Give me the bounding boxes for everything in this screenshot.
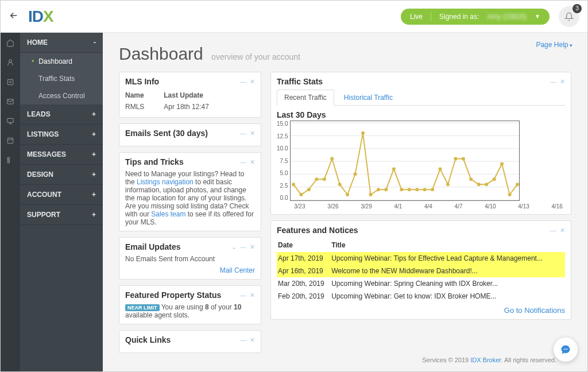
logo[interactable]: IDX — [28, 7, 53, 26]
svg-point-13 — [300, 193, 303, 196]
widget-title: Tips and Tricks — [125, 157, 184, 166]
svg-point-30 — [431, 188, 435, 191]
close-icon: ✕ — [250, 292, 255, 299]
svg-point-32 — [446, 183, 450, 186]
svg-point-12 — [292, 183, 295, 186]
account-icon[interactable] — [6, 136, 15, 145]
svg-point-14 — [307, 188, 311, 191]
svg-point-39 — [501, 162, 504, 165]
svg-point-0 — [9, 60, 12, 63]
chat-button[interactable] — [554, 338, 578, 362]
go-to-notifications-link[interactable]: Go to Notifications — [504, 306, 565, 315]
svg-point-29 — [423, 188, 427, 191]
sidebar-section-leads[interactable]: LEADS+ — [20, 104, 103, 125]
table-row[interactable]: Apr 16th, 2019Welcome to the NEW Middlew… — [277, 265, 565, 277]
table-row[interactable]: Mar 20th, 2019Upcoming Webinar: Spring C… — [277, 277, 565, 290]
svg-point-41 — [516, 183, 519, 186]
sidebar-item-dashboard[interactable]: Dashboard — [20, 53, 103, 70]
table-row[interactable]: Apr 17th, 2019Upcoming Webinar: Tips for… — [277, 252, 565, 265]
close-icon: ✕ — [250, 130, 255, 137]
sidebar-item-access-control[interactable]: Access Control — [20, 87, 103, 104]
widget-email-updates: Email Updates⌄—✕ No Emails Sent from Acc… — [119, 237, 261, 280]
live-label: Live — [410, 13, 423, 21]
signed-in-user: Amy (15620) — [487, 13, 527, 21]
back-arrow-icon[interactable] — [9, 10, 20, 22]
notifications-button[interactable]: 3 — [559, 6, 579, 27]
svg-point-20 — [354, 172, 357, 176]
topbar: IDX Live Signed in as: Amy (15620) ▼ 3 — [1, 1, 587, 33]
home-icon[interactable] — [6, 38, 15, 48]
svg-point-24 — [385, 188, 388, 191]
widget-controls[interactable]: —✕ — [550, 227, 565, 234]
svg-point-31 — [439, 167, 442, 170]
chat-icon — [560, 344, 571, 355]
widget-traffic-stats: Traffic Stats—✕ Recent Traffic Historica… — [270, 72, 571, 215]
minimize-icon: — — [240, 130, 246, 137]
listings-icon[interactable] — [6, 78, 15, 87]
leads-icon[interactable] — [6, 58, 15, 67]
footer: Services © 2019 IDX Broker. All rights r… — [119, 353, 571, 363]
sidebar-section-account[interactable]: ACCOUNT+ — [20, 185, 103, 205]
svg-point-36 — [477, 183, 481, 186]
sales-team-link[interactable]: Sales team — [151, 210, 185, 218]
near-limit-badge: NEAR LIMIT — [125, 304, 160, 311]
minimize-icon: — — [240, 78, 246, 86]
design-icon[interactable] — [6, 117, 15, 126]
widget-controls[interactable]: ⌄—✕ — [231, 243, 255, 251]
svg-point-35 — [470, 177, 473, 181]
sidebar-item-traffic-stats[interactable]: Traffic Stats — [20, 70, 103, 87]
widget-controls[interactable]: —✕ — [550, 78, 565, 86]
widget-controls[interactable]: —✕ — [240, 78, 255, 86]
sidebar-section-listings[interactable]: LISTINGS+ — [20, 125, 103, 145]
widget-controls[interactable]: —✕ — [240, 292, 255, 299]
updates-body: No Emails Sent from Account Mail Center — [125, 255, 255, 274]
widget-featured-property: Featured Property Status—✕ NEAR LIMIT Yo… — [119, 285, 261, 324]
sidebar-section-support[interactable]: SUPPORT+ — [20, 205, 103, 225]
close-icon: ✕ — [250, 336, 255, 344]
widget-mls-info: MLS Info—✕ NameLast Update RMLSApr 18th … — [119, 72, 261, 118]
tab-historical-traffic[interactable]: Historical Traffic — [336, 90, 400, 105]
svg-point-17 — [331, 157, 334, 161]
support-icon[interactable] — [6, 156, 15, 165]
signed-in-label: Signed in as: — [439, 13, 479, 21]
widget-title: MLS Info — [125, 77, 159, 86]
widget-controls[interactable]: —✕ — [240, 130, 255, 137]
sidebar-section-home[interactable]: HOME - — [20, 33, 103, 53]
idx-broker-link[interactable]: IDX Broker — [470, 356, 501, 363]
svg-point-18 — [338, 183, 342, 186]
account-status-pill[interactable]: Live Signed in as: Amy (15620) ▼ — [401, 9, 550, 25]
svg-point-34 — [462, 157, 465, 161]
svg-point-25 — [392, 167, 396, 170]
expand-icon: + — [92, 130, 96, 138]
table-row[interactable]: Feb 20th, 2019Upcoming Webinar: Get to k… — [277, 290, 565, 303]
mls-table: NameLast Update RMLSApr 18th 12:47 — [125, 90, 255, 113]
widget-title: Featured Property Status — [125, 290, 221, 300]
page-help-link[interactable]: Page Help — [536, 41, 572, 49]
expand-icon: + — [92, 150, 96, 158]
listings-navigation-link[interactable]: Listings navigation — [137, 178, 194, 186]
messages-icon[interactable] — [6, 97, 15, 106]
svg-point-19 — [346, 193, 350, 196]
chart-x-axis: 3/233/263/294/14/44/74/104/134/16 — [277, 203, 565, 210]
svg-point-26 — [400, 188, 404, 191]
tab-recent-traffic[interactable]: Recent Traffic — [277, 90, 334, 106]
svg-point-44 — [567, 348, 568, 350]
svg-point-37 — [485, 183, 489, 186]
svg-point-16 — [323, 177, 326, 181]
notification-badge: 3 — [572, 4, 582, 13]
mail-center-link[interactable]: Mail Center — [220, 266, 255, 274]
sidebar-section-design[interactable]: DESIGN+ — [20, 165, 103, 185]
chart-y-axis: 15.012.510.07.55.02.50.0 — [277, 121, 290, 201]
svg-point-15 — [315, 177, 319, 181]
minimize-icon: — — [550, 78, 556, 86]
widget-title: Quick Links — [125, 335, 171, 344]
widget-tips: Tips and Tricks—✕ Need to Manage your li… — [119, 152, 261, 231]
svg-point-42 — [564, 348, 565, 350]
widget-title: Emails Sent (30 days) — [125, 129, 208, 138]
svg-point-40 — [508, 193, 512, 196]
main-content: Page Help Dashboard overview of your acc… — [103, 33, 587, 371]
svg-point-22 — [369, 193, 373, 196]
sidebar-section-messages[interactable]: MESSAGES+ — [20, 145, 103, 165]
widget-controls[interactable]: —✕ — [240, 158, 255, 166]
widget-controls[interactable]: —✕ — [240, 336, 255, 344]
